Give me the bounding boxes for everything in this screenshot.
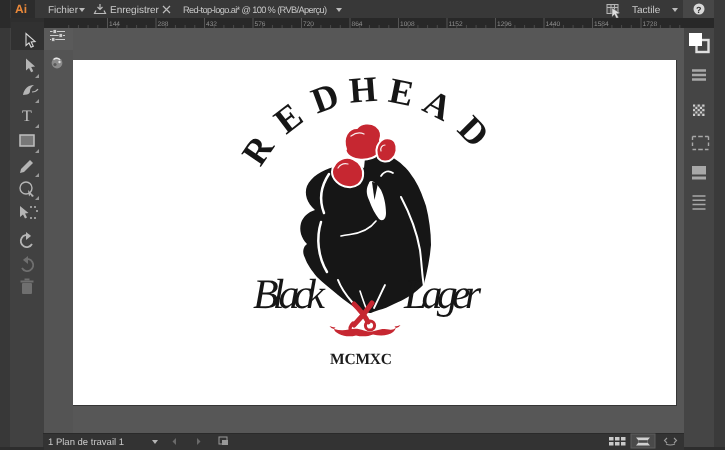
svg-text:A: A bbox=[417, 81, 458, 128]
svg-text:720: 720 bbox=[303, 21, 314, 28]
svg-text:H: H bbox=[348, 69, 379, 111]
svg-text:1296: 1296 bbox=[497, 21, 512, 28]
svg-text:144: 144 bbox=[109, 21, 120, 28]
svg-text:1008: 1008 bbox=[400, 21, 415, 28]
svg-text:E: E bbox=[386, 70, 418, 114]
svg-text:D: D bbox=[450, 108, 497, 155]
svg-text:1584: 1584 bbox=[594, 21, 609, 28]
svg-text:1728: 1728 bbox=[643, 21, 658, 28]
svg-text:1 Plan de travail 1: 1 Plan de travail 1 bbox=[48, 437, 124, 448]
svg-text:Lager: Lager bbox=[403, 272, 482, 318]
svg-text:432: 432 bbox=[206, 21, 217, 28]
svg-text:Black: Black bbox=[253, 272, 326, 318]
svg-text:?: ? bbox=[696, 5, 702, 15]
svg-text:864: 864 bbox=[352, 21, 363, 28]
svg-text:Enregistrer: Enregistrer bbox=[110, 5, 160, 16]
svg-text:Fichier: Fichier bbox=[48, 5, 79, 16]
svg-text:288: 288 bbox=[158, 21, 169, 28]
svg-text:576: 576 bbox=[255, 21, 266, 28]
svg-text:T: T bbox=[22, 108, 32, 125]
svg-text:1152: 1152 bbox=[449, 21, 464, 28]
svg-text:R: R bbox=[234, 127, 282, 172]
svg-text:1440: 1440 bbox=[546, 21, 561, 28]
svg-text:E: E bbox=[267, 95, 310, 141]
svg-text:MCMXC: MCMXC bbox=[330, 351, 392, 368]
svg-text:Ai: Ai bbox=[15, 2, 27, 16]
svg-text:D: D bbox=[306, 75, 344, 122]
svg-text:Red-top-logo.ai* @ 100 % (RVB/: Red-top-logo.ai* @ 100 % (RVB/Aperçu) bbox=[183, 5, 327, 15]
svg-text:Tactile: Tactile bbox=[632, 5, 661, 16]
